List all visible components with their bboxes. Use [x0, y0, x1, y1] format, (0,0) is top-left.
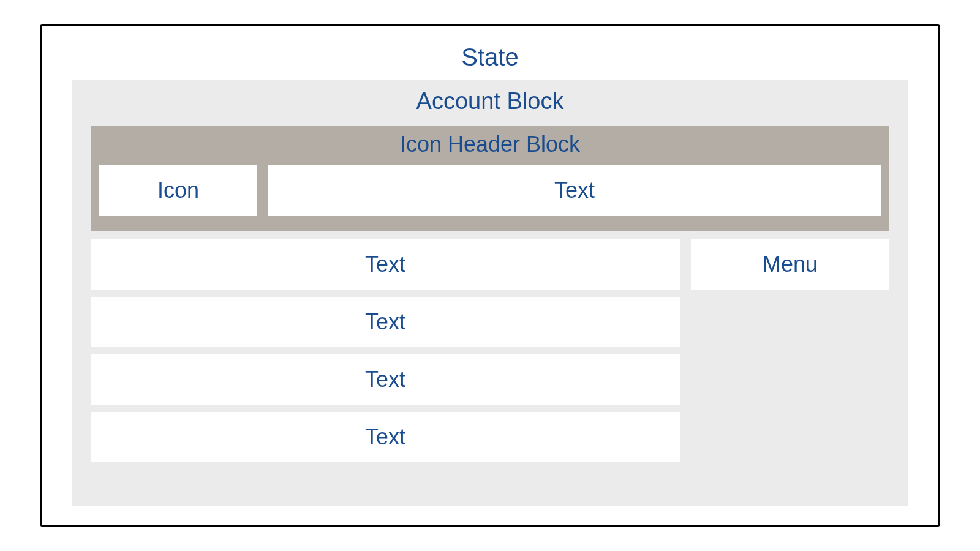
text-placeholder: Text: [91, 297, 680, 347]
row: Text: [91, 412, 889, 462]
icon-header-row: Icon Text: [99, 165, 881, 216]
text-placeholder: Text: [91, 412, 680, 462]
header-text-placeholder: Text: [268, 165, 881, 216]
icon-header-block-title: Icon Header Block: [99, 126, 881, 165]
menu-placeholder[interactable]: Menu: [691, 239, 889, 290]
icon-placeholder: Icon: [99, 165, 257, 216]
account-block-title: Account Block: [72, 80, 908, 126]
text-placeholder: Text: [91, 354, 680, 405]
row: Text: [91, 354, 889, 405]
icon-header-block: Icon Header Block Icon Text: [91, 126, 889, 231]
row: Text: [91, 297, 889, 347]
account-block: Account Block Icon Header Block Icon Tex…: [72, 80, 908, 506]
text-placeholder: Text: [91, 239, 680, 290]
row-with-menu: Text Menu: [91, 239, 889, 290]
state-frame: State Account Block Icon Header Block Ic…: [40, 24, 940, 527]
state-title: State: [72, 39, 908, 80]
rows-area: Text Menu Text Text Text: [91, 239, 889, 506]
